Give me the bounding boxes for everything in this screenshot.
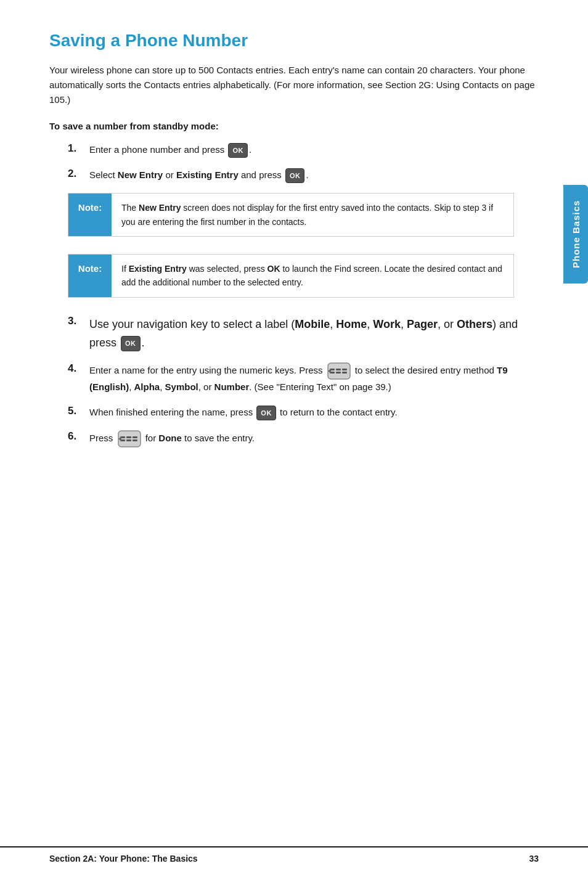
step-5-number: 5. <box>68 405 89 417</box>
sidebar-tab: Phone Basics <box>563 185 588 284</box>
menu-icon-step4 <box>327 362 351 380</box>
svg-rect-11 <box>126 436 131 438</box>
note-2-content: If Existing Entry was selected, press OK… <box>112 255 513 297</box>
menu-icon-step6 <box>118 430 141 447</box>
footer-section-label: Section 2A: Your Phone: The Basics <box>49 854 198 864</box>
note-box-1: Note: The New Entry screen does not disp… <box>68 193 514 237</box>
svg-rect-13 <box>133 436 137 438</box>
page-container: Phone Basics Saving a Phone Number Your … <box>0 0 588 882</box>
step-4-content: Enter a name for the entry using the num… <box>89 362 539 395</box>
step-6: 6. Press for Done to save the entry. <box>49 430 539 447</box>
svg-rect-3 <box>336 369 341 370</box>
step-6-number: 6. <box>68 430 89 443</box>
svg-rect-14 <box>133 439 137 441</box>
ok-button-step2: OK <box>285 168 305 183</box>
step-1: 1. Enter a phone number and press OK. <box>49 142 539 158</box>
ok-button-step5: OK <box>256 406 276 420</box>
step-3-content: Use your navigation key to select a labe… <box>89 315 539 353</box>
step-3: 3. Use your navigation key to select a l… <box>49 315 539 353</box>
step-5-content: When finished entering the name, press O… <box>89 405 539 420</box>
step-2: 2. Select New Entry or Existing Entry an… <box>49 168 539 183</box>
note-box-2: Note: If Existing Entry was selected, pr… <box>68 254 514 298</box>
step-6-content: Press for Done to save the entry. <box>89 430 539 447</box>
footer-page-number: 33 <box>529 854 539 864</box>
ok-button-step3: OK <box>121 336 141 351</box>
note-1-label: Note: <box>68 194 112 236</box>
step-4-number: 4. <box>68 362 89 375</box>
svg-rect-12 <box>126 439 131 441</box>
ok-button-step1: OK <box>228 143 248 158</box>
svg-rect-0 <box>328 363 350 379</box>
note-1-content: The New Entry screen does not display fo… <box>112 194 513 236</box>
page-title: Saving a Phone Number <box>49 31 539 51</box>
step-5: 5. When finished entering the name, pres… <box>49 405 539 420</box>
svg-rect-4 <box>336 372 341 374</box>
note-2-label: Note: <box>68 255 112 297</box>
step-4: 4. Enter a name for the entry using the … <box>49 362 539 395</box>
step-1-number: 1. <box>68 142 89 155</box>
step-3-number: 3. <box>68 315 89 327</box>
svg-rect-8 <box>118 431 141 447</box>
svg-rect-6 <box>342 372 347 374</box>
footer-bar: Section 2A: Your Phone: The Basics 33 <box>0 846 588 864</box>
step-2-number: 2. <box>68 168 89 180</box>
section-heading: To save a number from standby mode: <box>49 121 539 131</box>
step-1-content: Enter a phone number and press OK. <box>89 142 539 158</box>
svg-rect-5 <box>342 369 347 370</box>
intro-text: Your wireless phone can store up to 500 … <box>49 63 539 107</box>
step-2-content: Select New Entry or Existing Entry and p… <box>89 168 539 183</box>
